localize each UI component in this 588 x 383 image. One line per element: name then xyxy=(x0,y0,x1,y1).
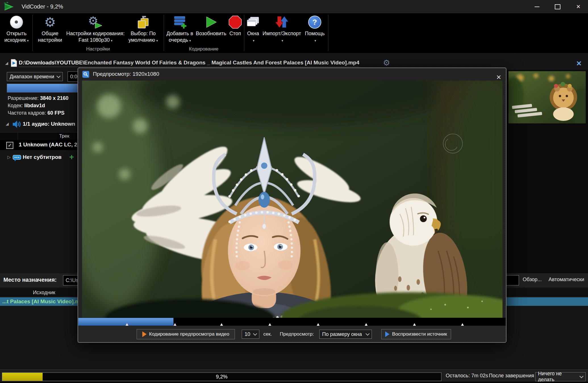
preview-seek-bar[interactable] xyxy=(78,318,506,326)
framerate-info: Частота кадров: 60 FPS xyxy=(8,110,64,116)
main-preview-pane xyxy=(506,70,588,273)
preview-size-select[interactable]: По размеру окна xyxy=(319,330,372,339)
magnifier-icon xyxy=(82,71,89,79)
toolbar-divider xyxy=(244,15,244,51)
preset-folders-icon xyxy=(136,14,150,30)
subtitles-row[interactable]: ▷ Нет субтитров + xyxy=(0,153,78,163)
source-path[interactable]: D:\Downloads\YOUTUBE\Enchanted Fantasy W… xyxy=(19,60,359,67)
chevron-down-icon xyxy=(57,74,61,78)
import-export-button[interactable]: Импорт/Экспорт ▾ xyxy=(262,14,302,43)
toolbar-group-encoding: Кодирование xyxy=(189,46,218,52)
app-window: VidCoder - 9,2% ✕ Открыть исходник▾ ⚙ Об… xyxy=(0,0,588,383)
encoding-settings-button[interactable]: ⚙ Настройки кодирования: Fast 1080p30▾ xyxy=(65,14,126,43)
window-title: VidCoder - 9,2% xyxy=(22,0,63,13)
add-subtitle-button[interactable]: + xyxy=(69,153,74,162)
time-range-select[interactable]: Диапазон времени xyxy=(7,72,63,81)
title-bar: VidCoder - 9,2% ✕ xyxy=(0,0,588,14)
chevron-down-icon xyxy=(579,374,583,378)
seek-tick xyxy=(461,323,464,326)
queue-column-source[interactable]: Исходник xyxy=(0,288,88,297)
encoding-gear-icon: ⚙ xyxy=(88,14,103,30)
seconds-unit-label: сек. xyxy=(263,331,272,337)
preview-controls-bar: Кодирование предпросмотра видео 10 сек. … xyxy=(78,326,506,342)
preview-mode-label: Предпросмотр: xyxy=(280,331,314,337)
speaker-icon xyxy=(12,120,21,129)
browse-button[interactable]: Обзор... xyxy=(523,277,542,283)
seek-tick xyxy=(220,323,223,326)
time-remaining-label: Осталось: 7m 02s xyxy=(446,370,488,382)
add-to-queue-button[interactable]: Добавить в очередь▾ xyxy=(164,14,195,43)
preview-dialog: Предпросмотр: 1920x1080 ✕ xyxy=(78,68,506,343)
open-source-button[interactable]: Открыть исходник▾ xyxy=(2,14,31,43)
source-progress-bar[interactable] xyxy=(7,84,86,92)
play-icon xyxy=(205,14,218,30)
encode-progress-bar: 9,2% xyxy=(2,373,441,381)
source-row: ◢ D:\Downloads\YOUTUBE\Enchanted Fantasy… xyxy=(0,59,588,69)
video-thumbnail xyxy=(508,71,586,123)
seek-tick xyxy=(174,323,176,326)
toolbar-divider xyxy=(164,15,164,51)
toolbar-group-settings: Настройки xyxy=(86,46,110,52)
general-settings-button[interactable]: ⚙ Общие настройки xyxy=(36,14,64,43)
destination-label: Место назначения: xyxy=(3,277,57,283)
source-expander-icon[interactable]: ◢ xyxy=(5,61,8,65)
minimize-button[interactable] xyxy=(528,0,546,13)
window-bottom-edge xyxy=(0,382,588,383)
audio-track-checkbox[interactable]: ✓ xyxy=(6,142,13,149)
stop-icon xyxy=(229,14,242,30)
resolution-info: Разрешение: 3840 x 2160 xyxy=(8,95,68,101)
status-bar: 9,2% Осталось: 7m 02s После завершения Н… xyxy=(0,369,588,382)
encode-preview-button[interactable]: Кодирование предпросмотра видео xyxy=(137,329,235,339)
seek-tick xyxy=(317,323,320,326)
stop-button[interactable]: Стоп xyxy=(228,14,243,37)
seek-tick xyxy=(413,323,416,326)
blue-play-icon xyxy=(385,331,389,337)
seek-tick xyxy=(126,323,128,326)
preview-seconds-select[interactable]: 10 xyxy=(242,330,259,339)
progress-percent-label: 9,2% xyxy=(2,373,441,381)
preview-dialog-titlebar[interactable]: Предпросмотр: 1920x1080 ✕ xyxy=(78,68,506,81)
preview-close-button[interactable]: ✕ xyxy=(496,74,501,81)
toolbar: Открыть исходник▾ ⚙ Общие настройки ⚙ На… xyxy=(0,13,588,53)
subtitles-expander-icon[interactable]: ▷ xyxy=(7,155,11,160)
preview-dialog-title: Предпросмотр: 1920x1080 xyxy=(93,71,159,77)
preset-choose-button[interactable]: Выбор: По умолчанию▾ xyxy=(127,14,160,43)
import-export-arrows-icon xyxy=(275,14,289,30)
auto-naming-button[interactable]: Автоматически xyxy=(549,277,584,283)
track-column-header: Трек xyxy=(18,132,69,140)
source-file-icon xyxy=(11,59,17,68)
toolbar-divider xyxy=(328,15,328,51)
track-table-header: Трек xyxy=(0,132,78,140)
maximize-button[interactable] xyxy=(549,0,567,13)
windows-stack-icon xyxy=(247,14,260,30)
resume-button[interactable]: Возобновить xyxy=(195,14,227,37)
queue-row-label: ...t Palaces [AI Music Video].mp xyxy=(2,298,83,305)
audio-expander-icon[interactable]: ◢ xyxy=(6,121,9,126)
seek-tick xyxy=(365,323,368,326)
toolbar-divider xyxy=(32,15,33,51)
seek-tick xyxy=(268,323,271,326)
after-complete-select[interactable]: Ничего не делать xyxy=(535,372,586,381)
subtitle-bubble-icon xyxy=(12,154,22,163)
audio-track-row[interactable]: ✓ 1 Unknown (AAC LC, 2.0 xyxy=(0,140,78,150)
disc-icon xyxy=(10,14,23,30)
chevron-down-icon xyxy=(253,332,257,336)
audio-section-header[interactable]: ◢ 1/1 аудио: Unknown xyxy=(0,120,78,129)
play-source-button[interactable]: Воспроизвести источник xyxy=(381,329,451,339)
close-source-button[interactable]: ✕ xyxy=(576,60,582,68)
help-icon: ? xyxy=(308,14,321,30)
source-settings-gear-icon[interactable]: ⚙ xyxy=(383,59,390,67)
help-button[interactable]: ? Помощь ▾ xyxy=(303,14,326,43)
after-complete-label: После завершения xyxy=(489,370,534,382)
close-button[interactable]: ✕ xyxy=(569,0,587,13)
add-queue-icon xyxy=(173,14,187,30)
chevron-down-icon xyxy=(366,332,370,336)
preview-image xyxy=(82,81,502,318)
app-logo-icon xyxy=(3,2,15,13)
gear-icon: ⚙ xyxy=(44,14,56,30)
codec-info: Кодек: libdav1d xyxy=(8,103,45,109)
windows-button[interactable]: Окна ▾ xyxy=(246,14,260,43)
orange-play-icon xyxy=(142,331,147,337)
